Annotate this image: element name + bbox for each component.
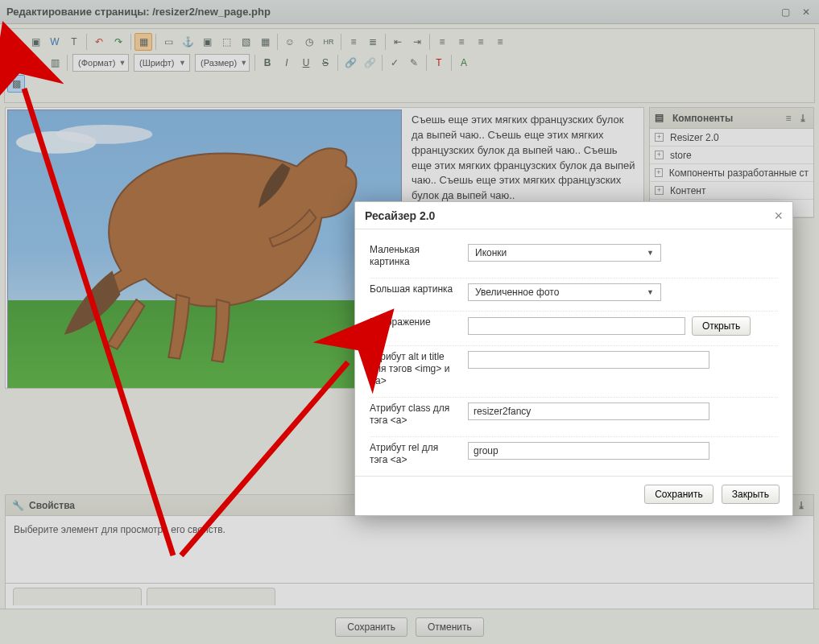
font-select-label: (Шрифт) (139, 58, 175, 68)
format-select[interactable]: (Формат) ▼ (72, 54, 129, 72)
alt-input[interactable] (468, 351, 709, 369)
row-alt: Атрибут alt и title для тэгов <img> и <a… (370, 346, 778, 398)
underline-icon[interactable]: U (297, 54, 315, 72)
mode-visual-icon[interactable]: ¶ (7, 54, 25, 72)
separator (429, 34, 430, 50)
align-right-icon[interactable]: ≡ (472, 33, 490, 51)
component-tree-item[interactable]: + Компоненты разработанные ст (650, 164, 813, 182)
outdent-icon[interactable]: ⇤ (389, 33, 407, 51)
component-tree-item[interactable]: + Контент (650, 182, 813, 200)
dialog-close-icon[interactable]: × (774, 208, 783, 223)
redo-icon[interactable]: ↷ (110, 33, 127, 51)
row-small-image: Маленькая картинка Иконки ▼ (370, 239, 778, 279)
small-image-value: Иконки (475, 247, 507, 258)
class-input[interactable] (468, 402, 709, 420)
align-center-icon[interactable]: ≡ (453, 33, 470, 51)
align-left-icon[interactable]: ≡ (433, 33, 451, 51)
dialog-footer: Сохранить Закрыть (355, 476, 792, 515)
mode-source-icon[interactable]: ▥ (46, 54, 64, 72)
link-icon[interactable]: 🔗 (341, 54, 359, 72)
align-justify-icon[interactable]: ≡ (491, 33, 509, 51)
separator (451, 55, 452, 71)
chevron-down-icon: ▼ (647, 249, 654, 257)
tree-expand-icon[interactable]: + (655, 151, 664, 159)
tree-item-label: store (670, 150, 692, 161)
properties-placeholder: Выберите элемент для просмотра его свойс… (14, 524, 225, 535)
list-ordered-icon[interactable]: ≡ (345, 33, 362, 51)
component-tree-item[interactable]: + store (650, 147, 813, 164)
font-select[interactable]: (Шрифт) ▼ (134, 54, 190, 72)
window-collapse-icon[interactable]: ▢ (780, 6, 792, 19)
panel-collapse-icon[interactable]: ⤓ (797, 113, 809, 124)
bottom-tab[interactable] (147, 588, 275, 605)
component-tree-item[interactable]: + Resizer 2.0 (650, 129, 813, 147)
strike-icon[interactable]: S (316, 54, 334, 72)
chevron-down-icon: ▼ (118, 59, 126, 67)
unlink-icon[interactable]: 🔗 (361, 54, 378, 72)
clock-icon[interactable]: ◷ (300, 33, 318, 51)
toolbar-row-2: ¶ ▤ ▥ (Формат) ▼ (Шрифт) ▼ (Размер) ▼ B … (7, 52, 812, 73)
separator (155, 34, 156, 50)
separator (385, 34, 386, 50)
small-image-select[interactable]: Иконки ▼ (468, 244, 661, 262)
image-open-button[interactable]: Открыть (692, 316, 751, 336)
clear-format-icon[interactable]: ✓ (386, 54, 403, 72)
bg-color-icon[interactable]: A (455, 54, 473, 72)
dialog-body: Маленькая картинка Иконки ▼ Большая карт… (355, 229, 792, 476)
panel-menu-icon[interactable]: ≡ (783, 113, 794, 124)
panel-collapse-icon[interactable]: ⤓ (796, 500, 807, 511)
settings-icon[interactable]: ⚙ (7, 33, 25, 51)
indent-icon[interactable]: ⇥ (408, 33, 426, 51)
highlight-toggle-icon[interactable]: ▦ (134, 33, 152, 51)
hr-icon[interactable]: HR (320, 33, 337, 51)
flash-icon[interactable]: ⬚ (217, 33, 235, 51)
list-unordered-icon[interactable]: ≣ (364, 33, 382, 51)
text-color-icon[interactable]: T (430, 54, 448, 72)
editor-image[interactable] (7, 109, 402, 389)
row-class: Атрибут class для тэга <a> (370, 398, 778, 437)
footer-cancel-button[interactable]: Отменить (416, 617, 484, 637)
properties-title: Свойства (29, 500, 75, 511)
paint-format-icon[interactable]: ✎ (405, 54, 423, 72)
bottom-tab[interactable] (13, 588, 142, 605)
mode-split-icon[interactable]: ▤ (27, 54, 44, 72)
separator (341, 34, 341, 50)
editor-toolbars: ⚙ ▣ W T ↶ ↷ ▦ ▭ ⚓ ▣ ⬚ ▧ ▦ ☺ ◷ HR ≡ ≣ ⇤ ⇥… (4, 28, 815, 103)
tree-expand-icon[interactable]: + (655, 168, 663, 177)
components-title: Компоненты (672, 113, 733, 124)
separator (67, 55, 68, 71)
window-close-icon[interactable]: ✕ (800, 6, 813, 19)
svg-point-1 (56, 125, 153, 144)
rel-label: Атрибут rel для тэга <a> (370, 442, 457, 466)
resizer-tool-icon[interactable]: ▩ (7, 75, 25, 93)
insert-video-icon[interactable]: ▣ (198, 33, 216, 51)
bold-icon[interactable]: B (259, 54, 276, 72)
separator (426, 55, 427, 71)
large-image-select[interactable]: Увеличенное фото ▼ (468, 283, 661, 301)
wrench-icon: 🔧 (12, 500, 24, 511)
separator (277, 34, 278, 50)
toolbar-row-1: ⚙ ▣ W T ↶ ↷ ▦ ▭ ⚓ ▣ ⬚ ▧ ▦ ☺ ◷ HR ≡ ≣ ⇤ ⇥… (7, 31, 812, 52)
italic-icon[interactable]: I (278, 54, 296, 72)
anchor-icon[interactable]: ⚓ (179, 33, 196, 51)
image-input[interactable] (468, 317, 685, 335)
image-icon[interactable]: ▧ (237, 33, 254, 51)
undo-icon[interactable]: ↶ (90, 33, 108, 51)
paste-text-icon[interactable]: T (65, 33, 83, 51)
paste-word-icon[interactable]: W (46, 33, 64, 51)
size-select[interactable]: (Размер) ▼ (195, 54, 250, 72)
tree-expand-icon[interactable]: + (655, 133, 664, 142)
tree-expand-icon[interactable]: + (655, 186, 664, 195)
components-panel-header: ▤ Компоненты ≡ ⤓ (650, 108, 813, 129)
bottom-tab-strip (5, 583, 814, 605)
dialog-close-button[interactable]: Закрыть (722, 485, 780, 504)
dialog-save-button[interactable]: Сохранить (644, 485, 714, 504)
small-image-label: Маленькая картинка (370, 244, 457, 268)
footer-save-button[interactable]: Сохранить (335, 617, 407, 637)
insert-component-icon[interactable]: ▣ (27, 33, 44, 51)
smiley-icon[interactable]: ☺ (281, 33, 299, 51)
table-icon[interactable]: ▦ (256, 33, 274, 51)
tree-item-label: Контент (670, 185, 705, 196)
rel-input[interactable] (468, 442, 709, 460)
insert-div-icon[interactable]: ▭ (159, 33, 177, 51)
